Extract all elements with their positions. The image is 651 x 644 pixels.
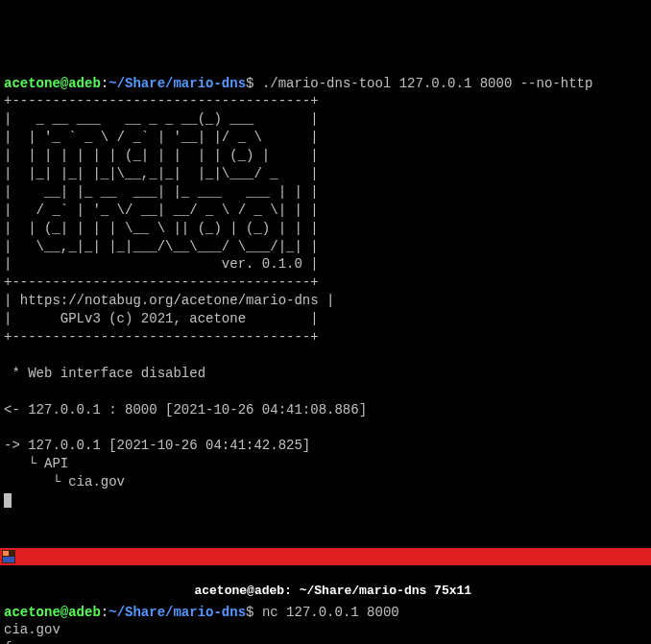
nc-input-line: cia.gov bbox=[4, 622, 60, 637]
tmux-titlebar: acetone@adeb: ~/Share/mario-dns 75x11 bbox=[0, 548, 651, 565]
svg-rect-2 bbox=[3, 557, 14, 562]
prompt-colon: : bbox=[101, 76, 108, 91]
ascii-art-banner: +-------------------------------------+ … bbox=[4, 93, 334, 345]
cursor-icon bbox=[4, 493, 12, 508]
prompt-path: ~/Share/mario-dns bbox=[108, 76, 246, 91]
tree-api: └ API bbox=[4, 456, 68, 471]
prompt-user: acetone@adeb bbox=[4, 76, 101, 91]
terminal-pane-top[interactable]: acetone@adeb:~/Share/mario-dns$ ./mario-… bbox=[0, 73, 651, 512]
prompt-dollar: $ bbox=[246, 76, 262, 91]
json-output: { "status": true, "answer": [ "104.77.23… bbox=[4, 640, 286, 644]
tree-domain: └ cia.gov bbox=[4, 474, 125, 489]
prompt-user: acetone@adeb bbox=[4, 605, 101, 620]
prompt-path: ~/Share/mario-dns bbox=[108, 605, 246, 620]
log-line-bind: <- 127.0.0.1 : 8000 [2021-10-26 04:41:08… bbox=[4, 402, 367, 417]
titlebar-text: acetone@adeb: ~/Share/mario-dns 75x11 bbox=[194, 584, 471, 598]
command-top: ./mario-dns-tool 127.0.0.1 8000 --no-htt… bbox=[262, 76, 592, 91]
log-line-request: -> 127.0.0.1 [2021-10-26 04:41:42.825] bbox=[4, 438, 310, 453]
prompt-dollar: $ bbox=[246, 605, 262, 620]
window-icon bbox=[2, 550, 15, 563]
status-line: * Web interface disabled bbox=[4, 366, 205, 381]
terminal-pane-bottom[interactable]: acetone@adeb:~/Share/mario-dns$ nc 127.0… bbox=[0, 602, 651, 645]
prompt-colon: : bbox=[101, 605, 108, 620]
command-bottom: nc 127.0.0.1 8000 bbox=[262, 605, 399, 620]
svg-rect-1 bbox=[3, 551, 9, 556]
